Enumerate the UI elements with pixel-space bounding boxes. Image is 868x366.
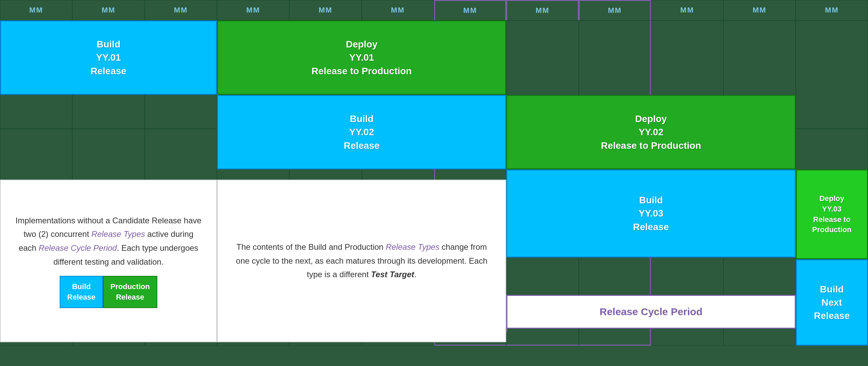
legend-left-box: Implementations without a Candidate Rele… <box>0 180 217 342</box>
deploy-01-block: Deploy YY.01 Release to Production <box>217 20 506 95</box>
build-release-badge: Build Release <box>60 276 103 308</box>
deploy-02-text: Deploy YY.02 Release to Production <box>601 112 701 152</box>
production-release-badge: Production Release <box>103 276 157 308</box>
build-01-text: Build YY.01 Release <box>91 38 126 78</box>
legend-left-text: Implementations without a Candidate Rele… <box>14 214 203 269</box>
build-02-text: Build YY.02 Release <box>344 112 380 152</box>
header-col-1: MM <box>0 0 72 20</box>
build-next-text: Build Next Release <box>814 283 850 323</box>
deploy-03-block: Deploy YY.03 Release to Production <box>796 169 868 259</box>
header-row: MM MM MM MM MM MM MM MM MM MM MM MM <box>0 0 868 20</box>
header-col-7: MM <box>434 0 506 20</box>
build-03-text: Build YY.03 Release <box>633 194 669 233</box>
main-diagram: MM MM MM MM MM MM MM MM MM MM MM MM <box>0 0 868 366</box>
header-col-8: MM <box>506 0 578 20</box>
header-col-12: MM <box>796 0 868 20</box>
header-col-2: MM <box>72 0 144 20</box>
header-col-11: MM <box>723 0 795 20</box>
header-col-5: MM <box>289 0 361 20</box>
build-01-block: Build YY.01 Release <box>0 20 217 95</box>
release-cycle-label: Release Cycle Period <box>599 306 703 318</box>
legend-mid-text: The contents of the Build and Production… <box>235 240 489 282</box>
deploy-03-text: Deploy YY.03 Release to Production <box>797 194 867 235</box>
header-col-3: MM <box>145 0 217 20</box>
header-col-10: MM <box>651 0 723 20</box>
purple-bracket-connector <box>507 295 508 332</box>
build-03-block: Build YY.03 Release <box>506 169 795 258</box>
header-col-9: MM <box>579 0 651 20</box>
build-next-block: Build Next Release <box>796 259 868 346</box>
legend-mid-box: The contents of the Build and Production… <box>217 180 506 342</box>
legend-badges: Build Release Production Release <box>60 276 157 308</box>
header-col-4: MM <box>217 0 289 20</box>
deploy-02-block: Deploy YY.02 Release to Production <box>506 95 795 169</box>
release-cycle-box: Release Cycle Period <box>506 295 795 329</box>
deploy-01-text: Deploy YY.01 Release to Production <box>312 38 412 78</box>
header-col-6: MM <box>362 0 434 20</box>
build-02-block: Build YY.02 Release <box>217 95 506 169</box>
